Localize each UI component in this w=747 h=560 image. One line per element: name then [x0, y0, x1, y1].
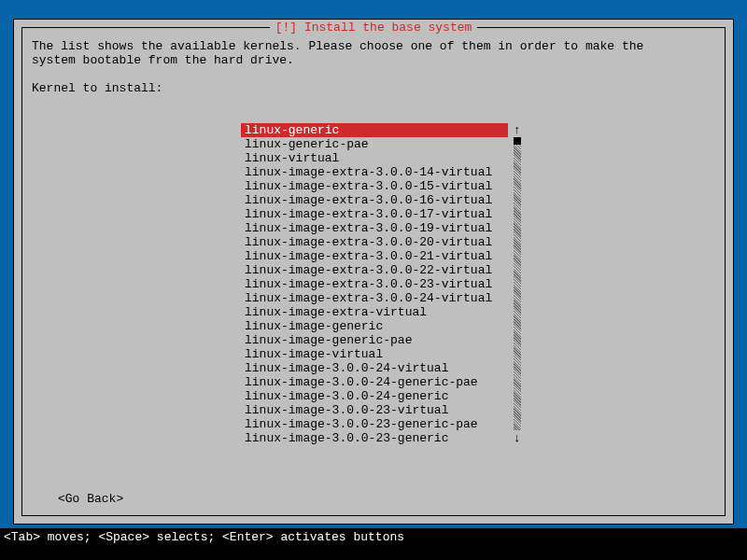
kernel-option[interactable]: linux-image-virtual	[241, 347, 530, 361]
kernel-option[interactable]: linux-image-3.0.0-24-virtual	[241, 361, 530, 375]
kernel-option[interactable]: linux-virtual	[241, 151, 530, 165]
go-back-button[interactable]: <Go Back>	[58, 492, 123, 506]
scroll-down-icon[interactable]: ↓	[514, 431, 521, 445]
kernel-option[interactable]: linux-image-extra-3.0.0-24-virtual	[241, 291, 530, 305]
kernel-option[interactable]: linux-image-extra-3.0.0-16-virtual	[241, 193, 530, 207]
scroll-up-icon[interactable]: ↑	[514, 123, 521, 137]
dialog-border: [!] Install the base system The list sho…	[21, 27, 726, 516]
kernel-option[interactable]: linux-image-extra-3.0.0-22-virtual	[241, 263, 530, 277]
dialog-content: The list shows the available kernels. Pl…	[32, 39, 715, 506]
kernel-option[interactable]: linux-image-extra-3.0.0-17-virtual	[241, 207, 530, 221]
scrollbar-track[interactable]	[514, 144, 521, 430]
scrollbar-thumb[interactable]	[514, 137, 521, 145]
kernel-option[interactable]: linux-image-extra-3.0.0-21-virtual	[241, 249, 530, 263]
kernel-option[interactable]: linux-image-3.0.0-24-generic	[241, 389, 530, 403]
kernel-option[interactable]: linux-image-extra-3.0.0-14-virtual	[241, 165, 530, 179]
kernel-option[interactable]: linux-image-extra-3.0.0-20-virtual	[241, 235, 530, 249]
kernel-list[interactable]: linux-genericlinux-generic-paelinux-virt…	[241, 123, 530, 445]
kernel-option[interactable]: linux-image-3.0.0-23-generic	[241, 431, 530, 445]
kernel-option[interactable]: linux-image-generic	[241, 319, 530, 333]
dialog-title: [!] Install the base system	[270, 21, 478, 35]
kernel-option[interactable]: linux-image-extra-3.0.0-23-virtual	[241, 277, 530, 291]
kernel-option[interactable]: linux-image-extra-3.0.0-15-virtual	[241, 179, 530, 193]
installer-dialog: [!] Install the base system The list sho…	[13, 19, 734, 525]
kernel-option[interactable]: linux-image-extra-3.0.0-19-virtual	[241, 221, 530, 235]
kernel-option[interactable]: linux-image-generic-pae	[241, 333, 530, 347]
kernel-option[interactable]: linux-image-3.0.0-24-generic-pae	[241, 375, 530, 389]
kernel-option[interactable]: linux-image-3.0.0-23-virtual	[241, 403, 530, 417]
description-text: The list shows the available kernels. Pl…	[32, 39, 715, 67]
kernel-option[interactable]: linux-generic-pae	[241, 137, 530, 151]
status-bar: <Tab> moves; <Space> selects; <Enter> ac…	[0, 528, 747, 560]
prompt-label: Kernel to install:	[32, 81, 715, 95]
kernel-option[interactable]: linux-image-3.0.0-23-generic-pae	[241, 417, 530, 431]
kernel-option[interactable]: linux-generic	[241, 123, 508, 137]
kernel-option[interactable]: linux-image-extra-virtual	[241, 305, 530, 319]
